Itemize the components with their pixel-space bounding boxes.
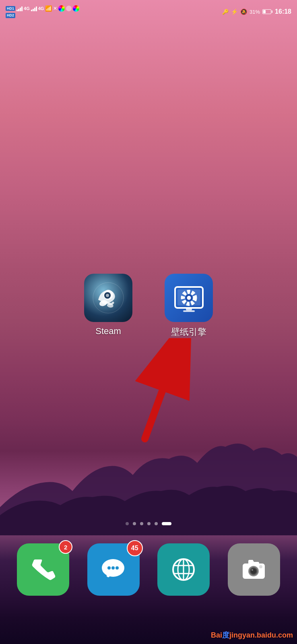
status-bar: HD1 4G 4G 📶 xyxy=(0,0,297,20)
svg-point-6 xyxy=(106,294,109,297)
svg-point-30 xyxy=(259,565,262,568)
messages-icon[interactable]: 45 xyxy=(87,543,140,596)
phone-dock-item[interactable]: 2 xyxy=(17,543,69,596)
status-time: 16:18 xyxy=(275,8,291,15)
phone-icon[interactable]: 2 xyxy=(17,543,69,596)
steam-icon[interactable] xyxy=(84,274,132,322)
network-4g-2: 4G xyxy=(38,6,44,11)
mountains-decoration xyxy=(0,435,297,535)
watermark-du: 度 xyxy=(222,631,229,639)
steam-label: Steam xyxy=(95,326,121,336)
signal-bars-2 xyxy=(31,6,37,11)
battery-icon xyxy=(262,9,272,14)
rainbow-icon-2 xyxy=(73,5,79,12)
hd2-badge: HD2 xyxy=(6,13,15,18)
svg-point-17 xyxy=(107,566,111,570)
page-indicators xyxy=(0,522,297,525)
page-dot-4[interactable] xyxy=(147,522,151,525)
svg-rect-13 xyxy=(183,310,195,312)
battery-percent: 31% xyxy=(250,9,260,15)
signal-bars-1 xyxy=(16,6,23,11)
svg-point-18 xyxy=(111,566,115,570)
bluetooth-icon: ⚡ xyxy=(231,8,238,15)
messages-badge: 45 xyxy=(127,540,143,556)
bell-muted-icon: 🔕 xyxy=(240,8,247,15)
rainbow-icon xyxy=(58,5,65,12)
browser-icon[interactable] xyxy=(157,543,210,596)
camera-dock-item[interactable] xyxy=(228,543,280,596)
svg-point-11 xyxy=(187,296,191,300)
wifi-icon: 📶 xyxy=(45,5,52,12)
messages-dock-item[interactable]: 45 xyxy=(87,543,140,596)
camera-icon[interactable] xyxy=(228,543,280,596)
page-dot-2[interactable] xyxy=(133,522,136,525)
settings-icon xyxy=(66,6,72,11)
x-icon: ✕ xyxy=(53,6,57,11)
key-icon: 🔑 xyxy=(222,9,229,15)
network-4g-1: 4G xyxy=(24,6,30,11)
wallpaper-engine-label: 壁纸引擎 xyxy=(171,326,206,338)
page-dot-1[interactable] xyxy=(126,522,129,525)
svg-point-29 xyxy=(252,569,253,571)
svg-line-15 xyxy=(145,350,177,439)
dock: 2 45 xyxy=(0,535,297,644)
hd1-badge: HD1 xyxy=(6,6,15,11)
red-arrow-annotation xyxy=(133,338,193,444)
status-right: 🔑 ⚡ 🔕 31% 16:18 xyxy=(222,8,291,15)
homescreen-apps: Steam xyxy=(0,274,297,338)
svg-point-19 xyxy=(116,566,119,570)
watermark-site: jingyan.baidu.com xyxy=(229,631,293,639)
wallpaper-engine-app[interactable]: 壁纸引擎 xyxy=(165,274,213,338)
status-left: HD1 4G 4G 📶 xyxy=(6,5,79,18)
svg-point-28 xyxy=(251,568,256,574)
phone-badge: 2 xyxy=(59,540,72,554)
steam-app[interactable]: Steam xyxy=(84,274,132,338)
wallpaper-engine-icon[interactable] xyxy=(165,274,213,322)
page-dot-3[interactable] xyxy=(140,522,143,525)
svg-rect-12 xyxy=(186,308,192,310)
homescreen: HD1 4G 4G 📶 xyxy=(0,0,297,644)
browser-dock-item[interactable] xyxy=(157,543,210,596)
watermark: Bai度jingyan.baidu.com xyxy=(211,630,293,640)
page-dot-5[interactable] xyxy=(155,522,158,525)
page-dot-6-active[interactable] xyxy=(162,522,171,525)
